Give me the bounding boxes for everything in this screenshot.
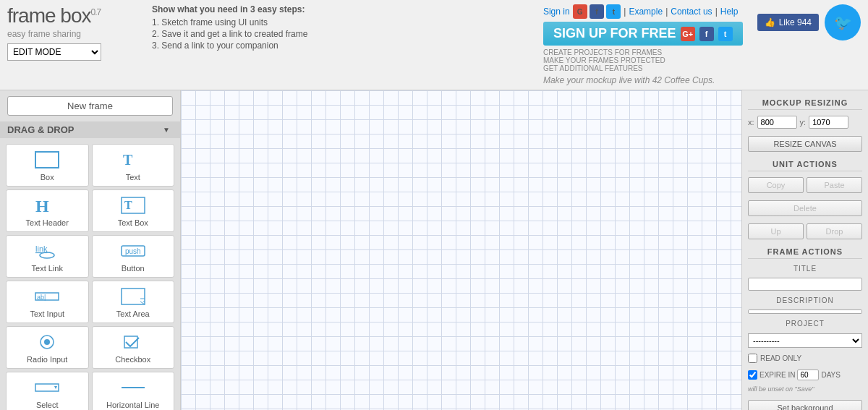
google-icon[interactable]: G: [573, 4, 587, 19]
readonly-row: READ ONLY: [748, 354, 862, 363]
hline-icon: [119, 377, 148, 398]
signin-link[interactable]: Sign in: [543, 7, 570, 17]
help-link[interactable]: Help: [720, 7, 739, 17]
new-frame-button[interactable]: New frame: [7, 96, 173, 116]
unit-text-input[interactable]: ab| Text Input: [6, 281, 89, 323]
drag-drop-header[interactable]: DRAG & DROP ▼: [0, 121, 180, 138]
paste-button[interactable]: Paste: [807, 177, 862, 193]
unit-select[interactable]: Select: [6, 372, 89, 410]
description-textarea[interactable]: [748, 309, 862, 314]
drag-drop-label: DRAG & DROP: [7, 124, 74, 135]
steps-list: 1. Sketch frame using UI units 2. Save i…: [152, 17, 529, 51]
svg-text:push: push: [125, 247, 141, 255]
unit-text-link-label: Text Link: [32, 264, 63, 273]
text-header-icon: H: [33, 195, 61, 216]
text-box-icon: T: [119, 195, 148, 216]
signup-label: SIGN UP FOR FREE: [553, 26, 676, 41]
svg-rect-0: [35, 152, 59, 168]
logo-title: frame box0.7: [7, 4, 137, 27]
svg-text:H: H: [35, 197, 49, 215]
x-input[interactable]: [757, 116, 797, 129]
signup-area: Sign in G f t | Example | Contact us | H…: [543, 4, 743, 85]
signup-fb-icon: f: [699, 27, 714, 41]
unit-text-label: Text: [126, 173, 140, 181]
unit-hline-label: Horizontal Line: [106, 401, 159, 409]
svg-point-16: [44, 339, 50, 345]
signup-google-icon: G+: [681, 27, 695, 41]
fb-like-button[interactable]: 👍 Like 944: [757, 14, 819, 31]
svg-text:T: T: [124, 199, 132, 211]
up-drop-row: Up Drop: [748, 223, 862, 239]
contact-link[interactable]: Contact us: [671, 7, 712, 17]
unit-text-area-label: Text Area: [116, 309, 150, 318]
resize-canvas-button[interactable]: RESIZE CANVAS: [748, 136, 862, 152]
unit-text-box[interactable]: T Text Box: [92, 189, 175, 232]
unit-text-area[interactable]: Text Area: [92, 281, 175, 323]
unit-radio[interactable]: Radio Input: [6, 326, 89, 369]
svg-text:ab|: ab|: [37, 294, 46, 301]
read-only-label: READ ONLY: [760, 354, 801, 362]
signup-tw-icon: t: [718, 27, 733, 41]
drop-button[interactable]: Drop: [807, 223, 862, 239]
facebook-signin-icon[interactable]: f: [590, 4, 604, 19]
unit-text-header-label: Text Header: [26, 218, 69, 227]
unit-box[interactable]: Box: [6, 144, 89, 187]
checkbox-icon: [119, 331, 148, 353]
logo-area: frame box0.7 easy frame sharing EDIT MOD…: [7, 4, 137, 61]
right-panel: MOCKUP RESIZING x: y: RESIZE CANVAS UNIT…: [741, 90, 868, 410]
svg-text:link: link: [35, 244, 48, 253]
example-link[interactable]: Example: [629, 7, 663, 17]
unit-text-header[interactable]: H Text Header: [6, 189, 89, 232]
steps-title: Show what you need in 3 easy steps:: [152, 4, 529, 14]
mockup-resizing-title: MOCKUP RESIZING: [748, 96, 862, 110]
y-label: y:: [800, 118, 807, 127]
header: frame box0.7 easy frame sharing EDIT MOD…: [0, 0, 868, 90]
text-link-icon: link: [33, 240, 61, 262]
unit-box-label: Box: [41, 173, 54, 181]
unit-radio-label: Radio Input: [27, 355, 67, 364]
sidebar: New frame DRAG & DROP ▼ Box T Text: [0, 90, 181, 410]
read-only-checkbox[interactable]: [748, 354, 757, 363]
fb-like-icon: 👍: [765, 17, 775, 27]
button-icon: push: [119, 240, 148, 262]
promo-line2: MAKE YOUR FRAMES PROTECTED: [543, 56, 665, 64]
drag-drop-arrow-icon: ▼: [163, 126, 170, 134]
title-input[interactable]: [748, 278, 862, 291]
expire-checkbox[interactable]: [748, 370, 757, 380]
set-background-button[interactable]: Set background: [748, 400, 862, 410]
twitter-bird-icon[interactable]: 🐦: [825, 4, 861, 40]
frame-actions-title: FRAME ACTIONS: [748, 245, 862, 259]
copy-button[interactable]: Copy: [748, 177, 804, 193]
twitter-signin-icon[interactable]: t: [606, 4, 621, 19]
up-button[interactable]: Up: [748, 223, 804, 239]
step-3: 3. Send a link to your companion: [152, 40, 529, 51]
delete-row: Delete: [748, 200, 862, 216]
title-field-label: TITLE: [748, 265, 862, 273]
coffee-text: Make your mockup live with 42 Coffee Cup…: [543, 75, 715, 85]
unit-button[interactable]: push Button: [92, 235, 175, 278]
main-layout: New frame DRAG & DROP ▼ Box T Text: [0, 90, 868, 410]
unit-actions-title: UNIT ACTIONS: [748, 158, 862, 171]
svg-text:T: T: [123, 152, 133, 168]
expire-days-input[interactable]: [797, 370, 819, 380]
steps-area: Show what you need in 3 easy steps: 1. S…: [152, 4, 529, 52]
signup-button[interactable]: SIGN UP FOR FREE G+ f t: [543, 22, 743, 46]
logo-version: 0.7: [91, 7, 101, 17]
delete-button[interactable]: Delete: [748, 200, 862, 216]
y-input[interactable]: [809, 116, 848, 129]
project-select[interactable]: ----------: [748, 333, 862, 348]
unit-text[interactable]: T Text: [92, 144, 175, 187]
select-icon: [33, 377, 61, 398]
unit-text-input-label: Text Input: [30, 309, 64, 318]
logo-name: frame box: [7, 4, 91, 27]
mode-select[interactable]: EDIT MODE: [7, 43, 101, 61]
expire-label: EXPIRE IN: [760, 371, 795, 379]
step-1: 1. Sketch frame using UI units: [152, 17, 529, 27]
expire-row: EXPIRE IN DAYS: [748, 370, 862, 380]
promo-line3: GET ADDITIONAL FEATURES: [543, 64, 665, 72]
unit-text-link[interactable]: link Text Link: [6, 235, 89, 278]
canvas-area[interactable]: [181, 90, 741, 410]
unit-hline[interactable]: Horizontal Line: [92, 372, 175, 410]
svg-marker-19: [54, 386, 57, 389]
unit-checkbox[interactable]: Checkbox: [92, 326, 175, 369]
